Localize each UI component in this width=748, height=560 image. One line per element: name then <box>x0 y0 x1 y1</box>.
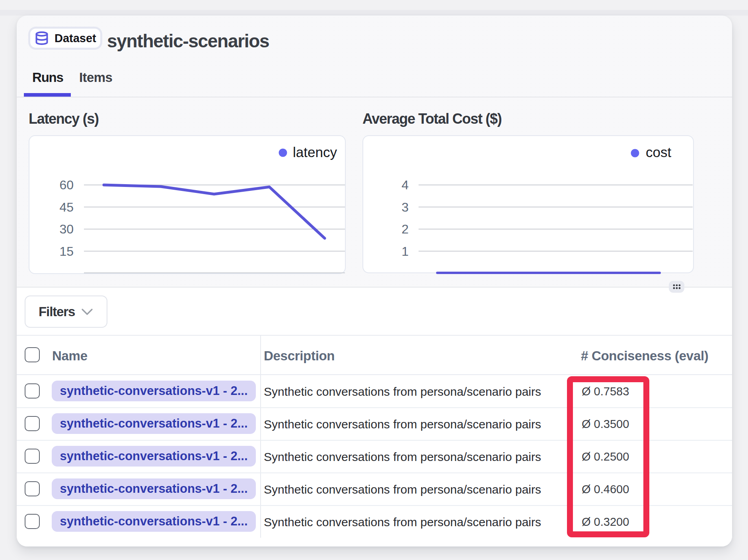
svg-text:2: 2 <box>401 222 409 236</box>
svg-text:4: 4 <box>401 178 409 192</box>
svg-text:45: 45 <box>59 200 74 214</box>
svg-text:3: 3 <box>401 200 409 214</box>
svg-text:1: 1 <box>401 244 409 259</box>
svg-text:cost: cost <box>646 144 671 160</box>
svg-text:30: 30 <box>59 222 74 236</box>
svg-text:15: 15 <box>59 244 74 259</box>
svg-text:60: 60 <box>59 178 74 192</box>
svg-text:latency: latency <box>293 144 337 160</box>
